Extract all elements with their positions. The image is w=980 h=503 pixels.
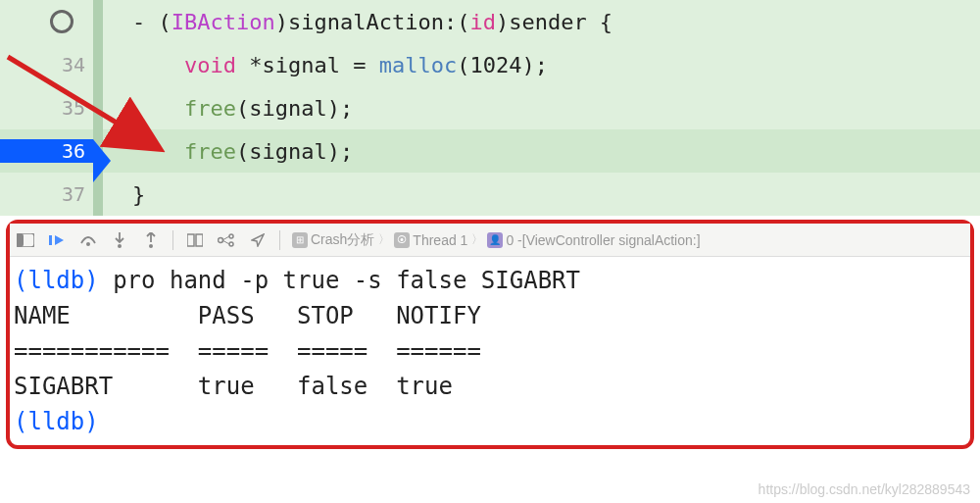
breadcrumb-item[interactable]: ⦿Thread 1 [394,232,467,248]
svg-rect-7 [187,234,194,246]
code-line: - (IBAction)signalAction:(id)sender { [0,0,980,43]
thread-icon: ⦿ [394,232,410,248]
toggle-debug-icon[interactable] [16,230,35,250]
svg-rect-3 [49,235,52,245]
code-content: void *signal = malloc(1024); [103,53,980,77]
breadcrumb: ⊞Crash分析 〉 ⦿Thread 1 〉 👤0 -[ViewControll… [292,231,701,249]
console-row: SIGABRT true false true [14,373,481,400]
breadcrumb-item[interactable]: 👤0 -[ViewController signalAction:] [487,232,700,248]
svg-rect-8 [196,234,203,246]
console-divider: =========== ===== ===== ====== [14,337,481,365]
func-free: free [184,96,236,121]
step-into-icon[interactable] [110,230,129,250]
svg-point-11 [229,242,233,246]
code-line: 37 } [0,173,980,216]
svg-point-6 [149,244,153,248]
lldb-prompt: (lldb) [14,408,99,435]
debug-view-icon[interactable] [185,230,205,250]
svg-rect-2 [17,233,24,247]
console-headers: NAME PASS STOP NOTIFY [14,302,481,329]
keyword-id: id [469,10,496,34]
chevron-right-icon: 〉 [471,231,483,248]
frame-icon: 👤 [487,232,503,248]
gutter-divider [93,0,103,43]
annotation-arrow [0,49,172,167]
code-content: - (IBAction)signalAction:(id)sender { [103,10,980,34]
func-malloc: malloc [379,53,457,77]
step-out-icon[interactable] [141,230,161,250]
code-content: } [103,182,980,207]
keyword-ibaction: IBAction [172,10,275,34]
lldb-prompt: (lldb) [14,267,99,294]
app-icon: ⊞ [292,232,308,248]
step-over-icon[interactable] [78,230,98,250]
svg-point-9 [219,237,223,242]
continue-icon[interactable] [47,230,67,250]
chevron-right-icon: 〉 [378,231,390,248]
keyword-void: void [184,53,236,77]
toolbar-separator [172,230,173,250]
debug-console[interactable]: (lldb) pro hand -p true -s false SIGABRT… [10,257,970,445]
debug-toolbar: ⊞Crash分析 〉 ⦿Thread 1 〉 👤0 -[ViewControll… [10,224,970,257]
func-free: free [184,139,236,164]
toolbar-separator [279,230,280,250]
svg-line-0 [8,57,157,147]
location-icon[interactable] [248,230,268,250]
breadcrumb-item[interactable]: ⊞Crash分析 [292,231,374,249]
console-command: pro hand -p true -s false SIGABRT [99,267,580,294]
svg-point-5 [118,244,122,248]
svg-line-13 [222,240,229,244]
debug-panel: ⊞Crash分析 〉 ⦿Thread 1 〉 👤0 -[ViewControll… [6,220,974,449]
watermark: https://blog.csdn.net/kyl282889543 [759,481,970,497]
code-content: free(signal); [103,96,980,121]
gutter[interactable] [0,10,93,33]
breakpoint-circle-icon[interactable] [50,10,74,33]
code-content: free(signal); [103,139,980,164]
svg-line-12 [222,236,229,240]
svg-point-10 [229,234,233,238]
svg-point-4 [86,242,90,246]
gutter-line-number[interactable]: 37 [0,182,93,206]
memory-graph-icon[interactable] [217,230,236,250]
